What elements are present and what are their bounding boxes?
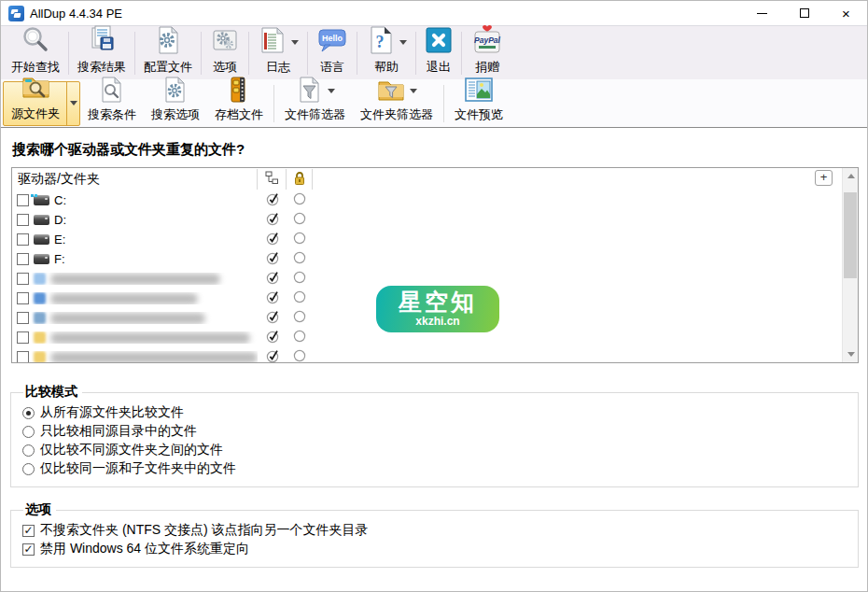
protect-circle-icon[interactable] [292,231,307,248]
radio-label: 仅比较不同源文件夹之间的文件 [40,442,223,458]
row-checkbox[interactable] [17,273,29,285]
recurse-check-icon[interactable] [265,211,280,229]
drive-icon [34,254,49,264]
tab-archive-files[interactable]: 存档文件 [207,81,271,126]
radio-icon[interactable] [22,426,35,438]
file-filter-dropdown-arrow-icon[interactable] [328,89,335,93]
yellow-folder-icon [34,351,46,363]
row-checkbox[interactable] [17,253,29,265]
protect-circle-icon[interactable] [292,211,307,229]
list-row-blurred-path[interactable] [12,347,858,363]
protect-circle-icon[interactable] [292,250,307,268]
row-checkbox[interactable] [17,194,29,206]
protect-circle-icon[interactable] [292,289,307,307]
checkbox-option-ntfs-junction[interactable]: ✓ 不搜索文件夹 (NTFS 交接点) 该点指向另一个文件夹目录 [22,521,858,540]
tab-search-options[interactable]: 搜索选项 [144,81,207,126]
log-button[interactable]: 日志 [251,28,305,78]
yellow-folder-icon [34,331,46,344]
options-button[interactable]: 选项 [203,28,246,78]
scrollbar-thumb[interactable] [844,192,857,278]
row-checkbox[interactable] [17,351,29,363]
close-button[interactable]: × [825,1,867,25]
recurse-check-icon[interactable] [265,191,280,209]
protect-circle-icon[interactable] [292,348,307,363]
start-search-button[interactable]: 开始查找 [5,28,66,78]
radio-icon[interactable] [22,407,35,419]
add-folder-button[interactable]: + [815,170,833,186]
watermark-subtitle: xkzhi.cn [415,315,459,328]
source-folder-list: 驱动器/文件夹 [11,167,859,363]
document-gear-icon [161,76,189,107]
main-content: 搜索哪个驱动器或文件夹重复的文件? 驱动器/文件夹 [1,141,867,568]
blurred-path-text [50,293,198,304]
help-dropdown-arrow-icon[interactable] [399,40,407,45]
checkbox-label: 不搜索文件夹 (NTFS 交接点) 该点指向另一个文件夹目录 [40,522,369,539]
scrollbar-up-arrow-icon[interactable] [843,168,859,184]
search-results-button[interactable]: 搜索结果 [71,28,133,78]
system-drive-icon [34,195,49,205]
list-row-drive-f[interactable]: F: [12,249,858,269]
source-folders-dropdown-arrow-icon[interactable] [66,82,79,125]
radio-option-compare-all-sources[interactable]: 从所有源文件夹比较文件 [22,403,858,422]
radio-icon[interactable] [22,463,35,475]
exit-button[interactable]: 退出 [418,28,459,78]
radio-icon[interactable] [22,444,35,457]
tab-file-preview[interactable]: 文件预览 [447,81,511,126]
recurse-check-icon[interactable] [265,309,280,327]
title-bar: AllDup 4.4.34 PE × [1,1,867,25]
recurse-check-icon[interactable] [265,250,280,268]
blue-folder-icon [34,273,46,285]
tab-source-folders[interactable]: 源文件夹 [3,81,80,126]
protect-circle-icon[interactable] [292,309,307,327]
language-button[interactable]: Hello 语言 [310,28,355,78]
checkbox-checked-icon[interactable]: ✓ [22,543,35,556]
tab-search-criteria-label: 搜索条件 [88,106,136,123]
protect-circle-icon[interactable] [292,270,307,288]
toolbar-separator [307,32,308,75]
checkbox-option-disable-wow64-redirect[interactable]: ✓ 禁用 Windows 64 位文件系统重定向 [22,540,858,558]
main-toolbar: 开始查找 搜索结果 配置文件 选项 [1,25,867,79]
recurse-check-icon[interactable] [265,289,280,307]
radio-option-same-source-and-subfolders[interactable]: 仅比较同一源和子文件夹中的文件 [22,459,858,478]
row-checkbox[interactable] [17,233,29,246]
tab-archive-files-label: 存档文件 [215,106,263,123]
scrollbar-down-arrow-icon[interactable] [843,346,859,362]
list-row-drive-d[interactable]: D: [12,210,858,230]
log-dropdown-arrow-icon[interactable] [291,40,299,45]
list-scrollbar[interactable] [842,168,858,362]
row-checkbox[interactable] [17,292,29,304]
blue-folder-icon [34,292,46,304]
tab-file-preview-label: 文件预览 [455,106,503,123]
tab-search-criteria[interactable]: 搜索条件 [80,81,144,126]
minimize-button[interactable] [741,1,783,25]
radio-option-same-source-dir[interactable]: 只比较相同源目录中的文件 [22,422,858,441]
options-title: 选项 [23,501,56,518]
document-magnifier-icon [98,76,126,107]
recurse-check-icon[interactable] [265,270,280,288]
options-label: 选项 [213,59,237,76]
recurse-check-icon[interactable] [265,329,280,346]
checkbox-checked-icon[interactable]: ✓ [22,525,35,537]
protect-circle-icon[interactable] [292,191,307,209]
list-row-drive-e[interactable]: E: [12,230,858,249]
protect-circle-icon[interactable] [292,329,307,346]
recurse-check-icon[interactable] [265,348,280,363]
row-checkbox[interactable] [17,214,29,226]
profiles-button[interactable]: 配置文件 [137,28,199,78]
donate-button[interactable]: PayPal 捐赠 [464,28,511,78]
list-row-drive-c[interactable]: C: [12,190,858,210]
profiles-label: 配置文件 [144,59,192,76]
recurse-check-icon[interactable] [265,231,280,248]
exit-x-icon [425,26,453,58]
tab-folder-filter[interactable]: 文件夹筛选器 [353,81,441,126]
row-checkbox[interactable] [17,312,29,324]
maximize-button[interactable] [783,1,825,25]
help-button[interactable]: ? 帮助 [359,28,413,78]
folder-filter-dropdown-arrow-icon[interactable] [410,89,417,93]
row-checkbox[interactable] [17,331,29,344]
svg-text:PayPal: PayPal [474,35,501,45]
toolbar-separator [248,32,249,75]
compare-mode-title: 比较模式 [23,384,82,401]
radio-option-between-different-sources[interactable]: 仅比较不同源文件夹之间的文件 [22,441,858,459]
tab-file-filter[interactable]: 文件筛选器 [277,81,353,126]
